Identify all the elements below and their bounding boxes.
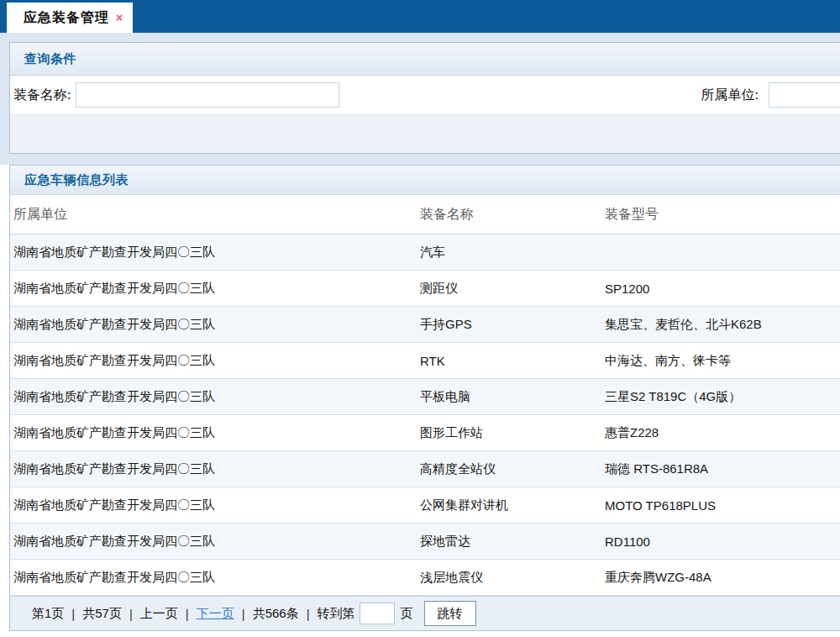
cell-unit: 湖南省地质矿产勘查开发局四〇三队 xyxy=(13,425,420,441)
tab-equipment-management[interactable]: 应急装备管理 × xyxy=(7,3,133,33)
equipment-name-label: 装备名称: xyxy=(13,87,71,104)
next-page-link[interactable]: 下一页 xyxy=(197,606,234,622)
cell-unit: 湖南省地质矿产勘查开发局四〇三队 xyxy=(13,534,420,550)
pager-separator: | xyxy=(186,607,189,621)
column-header-unit: 所属单位 xyxy=(13,206,420,224)
cell-model: 集思宝、麦哲伦、北斗K62B xyxy=(605,317,840,333)
table-row[interactable]: 湖南省地质矿产勘查开发局四〇三队高精度全站仪瑞德 RTS-861R8A xyxy=(10,451,840,487)
table-row[interactable]: 湖南省地质矿产勘查开发局四〇三队测距仪SP1200 xyxy=(10,271,840,307)
cell-model: SP1200 xyxy=(605,282,840,296)
query-section: 查询条件 装备名称: 所属单位: xyxy=(0,33,840,165)
cell-model: 中海达、南方、徕卡等 xyxy=(605,353,840,369)
goto-page-suffix: 页 xyxy=(401,606,413,622)
table-row[interactable]: 湖南省地质矿产勘查开发局四〇三队公网集群对讲机MOTO TP618PLUS xyxy=(10,487,840,524)
owner-unit-input[interactable] xyxy=(769,82,840,108)
tab-bar: 应急装备管理 × xyxy=(0,0,840,33)
table-section: 应急车辆信息列表 所属单位 装备名称 装备型号 湖南省地质矿产勘查开发局四〇三队… xyxy=(0,165,840,631)
cell-unit: 湖南省地质矿产勘查开发局四〇三队 xyxy=(13,497,420,513)
pager-separator: | xyxy=(307,607,310,621)
cell-unit: 湖南省地质矿产勘查开发局四〇三队 xyxy=(13,353,420,369)
cell-unit: 湖南省地质矿产勘查开发局四〇三队 xyxy=(13,389,420,405)
cell-name: 高精度全站仪 xyxy=(420,461,605,477)
cell-name: 公网集群对讲机 xyxy=(420,497,605,513)
table-row[interactable]: 湖南省地质矿产勘查开发局四〇三队汽车 xyxy=(10,234,840,271)
cell-model: RD1100 xyxy=(605,534,840,549)
cell-name: 汽车 xyxy=(420,245,605,261)
goto-page-input[interactable] xyxy=(360,603,395,624)
pager-separator: | xyxy=(129,607,133,621)
query-panel: 查询条件 装备名称: 所属单位: xyxy=(9,42,840,154)
owner-unit-label: 所属单位: xyxy=(701,87,759,104)
equipment-name-input[interactable] xyxy=(76,82,339,108)
column-header-model: 装备型号 xyxy=(605,206,840,224)
cell-model: MOTO TP618PLUS xyxy=(605,498,840,513)
cell-name: 手持GPS xyxy=(420,317,605,333)
prev-page-link[interactable]: 上一页 xyxy=(140,606,178,622)
pagination-bar: 第1页 | 共57页 | 上一页 | 下一页 | 共566条 | 转到第 页 跳… xyxy=(10,596,840,630)
pager-separator: | xyxy=(242,607,245,621)
total-records-label: 共566条 xyxy=(253,606,299,622)
cell-name: 平板电脑 xyxy=(420,389,605,405)
cell-name: RTK xyxy=(420,354,605,368)
current-page-label: 第1页 xyxy=(32,606,64,622)
cell-name: 浅层地震仪 xyxy=(420,570,605,586)
table-row[interactable]: 湖南省地质矿产勘查开发局四〇三队图形工作站惠普Z228 xyxy=(10,415,840,451)
table-row[interactable]: 湖南省地质矿产勘查开发局四〇三队平板电脑三星S2 T819C（4G版） xyxy=(10,379,840,415)
tab-close-icon[interactable]: × xyxy=(116,12,123,24)
pager-separator: | xyxy=(71,607,75,621)
table-header-row: 所属单位 装备名称 装备型号 xyxy=(10,195,840,234)
owner-unit-field: 所属单位: xyxy=(701,82,840,108)
query-form-row: 装备名称: 所属单位: xyxy=(10,76,840,115)
cell-name: 测距仪 xyxy=(420,281,605,297)
cell-unit: 湖南省地质矿产勘查开发局四〇三队 xyxy=(13,317,420,333)
equipment-list-panel: 应急车辆信息列表 所属单位 装备名称 装备型号 湖南省地质矿产勘查开发局四〇三队… xyxy=(9,165,840,631)
cell-name: 探地雷达 xyxy=(420,534,605,550)
cell-unit: 湖南省地质矿产勘查开发局四〇三队 xyxy=(13,281,420,297)
table-panel-header: 应急车辆信息列表 xyxy=(10,166,840,195)
query-panel-title: 查询条件 xyxy=(24,51,76,67)
cell-model: 重庆奔腾WZG-48A xyxy=(605,570,840,586)
cell-unit: 湖南省地质矿产勘查开发局四〇三队 xyxy=(13,570,420,586)
table-row[interactable]: 湖南省地质矿产勘查开发局四〇三队浅层地震仪重庆奔腾WZG-48A xyxy=(10,560,840,596)
query-panel-footer xyxy=(10,115,840,153)
jump-button[interactable]: 跳转 xyxy=(424,601,476,626)
cell-model: 瑞德 RTS-861R8A xyxy=(605,461,840,477)
cell-model: 三星S2 T819C（4G版） xyxy=(605,389,840,405)
table-panel-title: 应急车辆信息列表 xyxy=(24,172,129,188)
table-row[interactable]: 湖南省地质矿产勘查开发局四〇三队探地雷达RD1100 xyxy=(10,524,840,560)
column-header-name: 装备名称 xyxy=(420,206,605,224)
cell-unit: 湖南省地质矿产勘查开发局四〇三队 xyxy=(13,245,420,261)
cell-unit: 湖南省地质矿产勘查开发局四〇三队 xyxy=(13,461,420,477)
table-row[interactable]: 湖南省地质矿产勘查开发局四〇三队手持GPS集思宝、麦哲伦、北斗K62B xyxy=(10,307,840,343)
tab-label: 应急装备管理 xyxy=(24,9,109,27)
cell-name: 图形工作站 xyxy=(420,425,605,441)
cell-model: 惠普Z228 xyxy=(605,425,840,441)
total-pages-label: 共57页 xyxy=(82,606,122,622)
table-body: 湖南省地质矿产勘查开发局四〇三队汽车湖南省地质矿产勘查开发局四〇三队测距仪SP1… xyxy=(10,234,840,596)
goto-page-label: 转到第 xyxy=(318,606,355,622)
table-row[interactable]: 湖南省地质矿产勘查开发局四〇三队RTK中海达、南方、徕卡等 xyxy=(10,343,840,379)
query-panel-header: 查询条件 xyxy=(10,43,840,76)
